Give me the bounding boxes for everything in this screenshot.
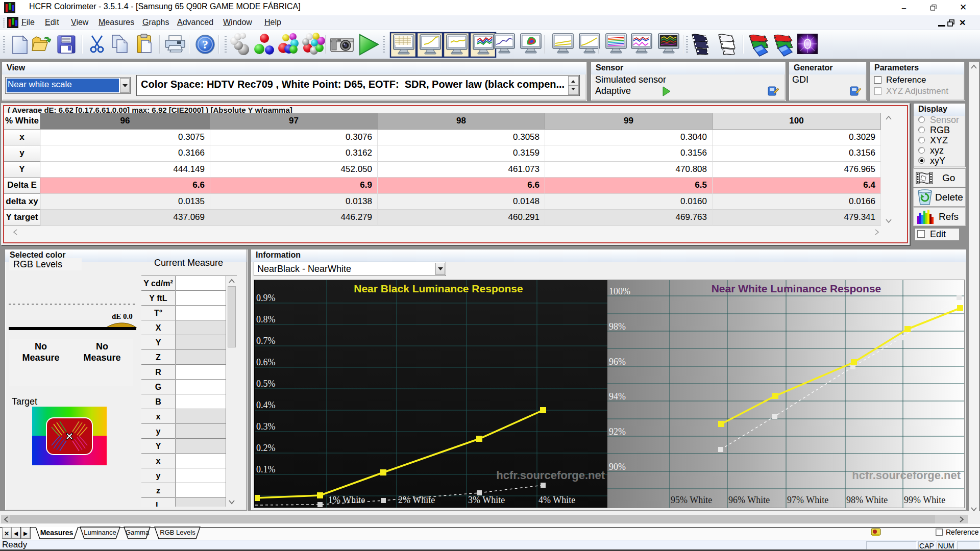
svg-text:95% White: 95% White	[671, 495, 712, 505]
svg-text:Measures: Measures	[40, 529, 74, 537]
svg-text:0.1%: 0.1%	[256, 464, 276, 474]
svg-text:0.7%: 0.7%	[256, 336, 276, 346]
svg-text:Near White Luminance Response: Near White Luminance Response	[712, 283, 881, 294]
svg-text:Near Black Luminance Response: Near Black Luminance Response	[354, 283, 523, 294]
svg-text:?: ?	[202, 38, 208, 51]
svg-text:98%: 98%	[609, 321, 626, 332]
svg-text:0.9%: 0.9%	[256, 293, 276, 303]
svg-text:Gamma: Gamma	[126, 529, 150, 536]
svg-text:96%: 96%	[609, 357, 626, 367]
svg-text:4% White: 4% White	[538, 495, 575, 505]
svg-text:97% White: 97% White	[787, 495, 828, 505]
svg-text:99% White: 99% White	[904, 495, 945, 505]
svg-text:98% White: 98% White	[846, 495, 888, 505]
svg-text:3% White: 3% White	[468, 495, 505, 505]
svg-text:Luminance: Luminance	[84, 529, 116, 536]
svg-text:92%: 92%	[609, 427, 626, 437]
svg-text:2% White: 2% White	[398, 495, 435, 505]
svg-text:hcfr.sourceforge.net: hcfr.sourceforge.net	[496, 469, 605, 482]
svg-text:96% White: 96% White	[728, 495, 770, 505]
svg-text:0.4%: 0.4%	[256, 400, 276, 410]
svg-text:0.5%: 0.5%	[256, 379, 276, 389]
svg-text:RGB Levels: RGB Levels	[160, 529, 195, 536]
svg-text:0.8%: 0.8%	[256, 314, 276, 324]
svg-text:94%: 94%	[609, 391, 626, 402]
svg-text:0.6%: 0.6%	[256, 357, 276, 367]
svg-text:0.2%: 0.2%	[256, 443, 276, 453]
svg-text:90%: 90%	[609, 462, 626, 472]
svg-text:100%: 100%	[609, 286, 630, 296]
svg-text:hcfr.sourceforge.net: hcfr.sourceforge.net	[852, 469, 961, 482]
svg-text:0.3%: 0.3%	[256, 421, 276, 432]
